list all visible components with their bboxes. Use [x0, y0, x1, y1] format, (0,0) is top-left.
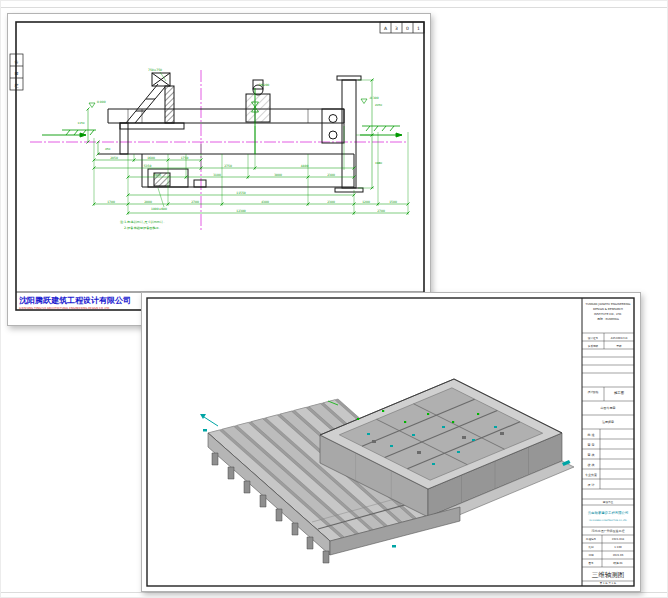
dim-label: 12300 — [236, 209, 246, 213]
dim-label: 2750 — [224, 164, 232, 168]
corner-cell: 1 — [417, 26, 420, 31]
institute-line: YUNNAN JIANZHU ENGINEERING — [586, 302, 631, 306]
dim-label: 1750 — [181, 156, 189, 160]
role-label: 设 计 — [588, 483, 595, 487]
elevation-label: 0.000 — [97, 100, 106, 104]
top-rule — [1, 7, 667, 8]
no-value: 结施-01 — [613, 561, 623, 565]
corner-cell: 3 — [395, 26, 398, 31]
role-label: 专业负责 — [585, 473, 597, 477]
dim-label: 2050 — [110, 156, 118, 160]
sign-box-char: 会 — [15, 59, 19, 64]
note-line: 注:1.标高以m计,尺寸以mm计。 — [119, 220, 166, 224]
role-label: 审 核 — [588, 453, 595, 457]
centerlines — [30, 70, 406, 232]
annotations: 0.000 -0.300 750×750 DN200 1000×600 注:1.… — [89, 68, 379, 231]
dim-label: 11550 — [236, 191, 246, 195]
dim-label: 1600 — [147, 156, 155, 160]
dimension-labels: 2050 1600 1750 5350 2750 4400 2900 3100 … — [77, 103, 396, 213]
grade-value: 甲级 — [616, 344, 622, 348]
no-label: 图号 — [588, 562, 594, 565]
stage-label: 设计阶段 — [587, 390, 598, 394]
scale-value: 1:100 — [614, 546, 622, 549]
builder-company: 云南顺睿建设工程有限公司 — [588, 510, 629, 515]
structure-linework — [98, 73, 363, 192]
proj-no-value: 2021-018 — [612, 538, 625, 541]
dim-label: 3000 — [274, 173, 282, 177]
sign-box-char: 签 — [15, 71, 19, 76]
elevation-mark-icon — [89, 103, 95, 108]
stage-value: 施工图 — [614, 391, 624, 395]
role-label: 批 准 — [588, 433, 595, 437]
dim-label: 1150 — [77, 121, 84, 125]
sheet2-title-grid — [582, 333, 634, 581]
date-label: 日期 — [588, 553, 594, 557]
sheet1-frame — [10, 22, 424, 310]
reg-label: 注册师章 — [602, 420, 614, 424]
sheet1-svg: A 3 0 1 会 签 栏 — [8, 14, 432, 327]
corner-cell: A — [384, 26, 388, 31]
grade-label: 资质等级 — [588, 344, 599, 348]
sign-box-labels: 会 签 栏 — [15, 59, 19, 88]
pipe-label: DN200 — [259, 83, 269, 87]
company-name-cn: 沈阳腾跃建筑工程设计有限公司 — [19, 296, 131, 305]
model-3d — [200, 379, 574, 563]
owner-label: 建设单位 — [602, 500, 614, 504]
dim-label: 450 — [105, 147, 111, 151]
dim-label: 2700 — [191, 200, 199, 204]
builder-company-en: YN SHUNRUI CONSTRUCTION CO.,LTD. — [589, 519, 628, 522]
drawing-title: 三维轴测图 — [592, 571, 625, 579]
institute-line: INSTITUTE CO., LTD. — [594, 312, 622, 316]
dim-label: 2300 — [327, 200, 335, 204]
dim-label: 1200 — [362, 200, 370, 204]
role-label: 校 核 — [587, 463, 595, 467]
elevation-mark-icon — [361, 99, 367, 104]
outlet-label: 1000×600 — [151, 207, 167, 211]
dim-label: 3100 — [213, 173, 221, 177]
cert-value: A153001234 — [611, 337, 628, 340]
dim-label: 4300 — [261, 200, 269, 204]
proj-no-label: 工程编号 — [586, 537, 597, 541]
hole-label: 750×750 — [148, 68, 162, 72]
pipes-and-ground — [42, 88, 402, 154]
dim-label: 5350 — [144, 164, 152, 168]
dim-label: 4400 — [301, 164, 309, 168]
date-value: 2021.06 — [613, 554, 624, 557]
scale-label: 比例 — [588, 545, 594, 549]
elevation-label: -0.300 — [369, 96, 379, 100]
dim-label: 2300 — [327, 173, 335, 177]
role-label: 审 定 — [588, 443, 595, 447]
dim-label: 1700 — [107, 200, 115, 204]
institute-line: 昆明 · KUNMING — [597, 317, 619, 321]
cert-label: 设计证号 — [588, 336, 599, 340]
seal-label: 出图专用章 — [601, 406, 616, 410]
cad-sheet-3d-view[interactable]: YUNNAN JIANZHU ENGINEERING DESIGN & RESE… — [141, 292, 641, 592]
sign-box-char: 栏 — [15, 83, 19, 88]
dim-label: 2700 — [377, 209, 385, 213]
cad-sheet-section-drawing[interactable]: A 3 0 1 会 签 栏 — [7, 13, 431, 326]
company-name-en: SHENYANG TENGYUE ARCHITECTURAL ENGINEERI… — [19, 307, 110, 310]
dim-label: 2900 — [153, 173, 161, 177]
project-name: 污水处理厂升级改造工程 — [592, 529, 625, 533]
page-label: 第 1 张 共 1 张 — [600, 582, 617, 585]
dim-label: 1500 — [389, 200, 397, 204]
note-line: 2.设备基础随设备图施工。 — [124, 226, 162, 230]
institute-line: DESIGN & RESEARCH — [593, 307, 623, 311]
corner-cell: 0 — [406, 26, 409, 31]
dim-label: 2000 — [144, 200, 152, 204]
dim-label: 1980 — [375, 161, 382, 165]
dim-label: 2050 — [375, 103, 382, 107]
sheet2-svg: YUNNAN JIANZHU ENGINEERING DESIGN & RESE… — [142, 293, 642, 593]
desktop-canvas: A 3 0 1 会 签 栏 — [0, 0, 668, 598]
